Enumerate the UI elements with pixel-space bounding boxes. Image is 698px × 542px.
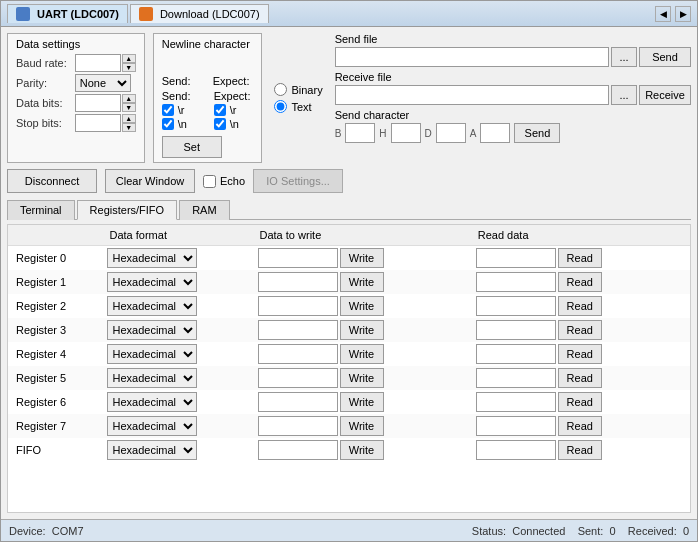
send-file-btn[interactable]: Send	[639, 47, 691, 67]
receive-file-btn[interactable]: Receive	[639, 85, 691, 105]
uart-icon	[16, 7, 30, 21]
send-file-label: Send file	[335, 33, 691, 45]
read-btn-0[interactable]: Read	[558, 248, 602, 268]
send-browse-btn[interactable]: ...	[611, 47, 637, 67]
text-radio[interactable]	[274, 100, 287, 113]
baud-rate-input[interactable]: 9600	[75, 54, 121, 72]
tab-ram[interactable]: RAM	[179, 200, 229, 220]
baud-down-btn[interactable]: ▼	[122, 63, 136, 72]
read-input-0[interactable]	[476, 248, 556, 268]
title-tab-download[interactable]: Download (LDC007)	[130, 4, 269, 23]
title-tab-uart[interactable]: UART (LDC007)	[7, 4, 128, 23]
databits-input[interactable]: 8	[75, 94, 121, 112]
format-select-0[interactable]: HexadecimalDecimalBinaryASCII	[107, 248, 197, 268]
read-btn-6[interactable]: Read	[558, 392, 602, 412]
tab-terminal[interactable]: Terminal	[7, 200, 75, 220]
write-input-2[interactable]	[258, 296, 338, 316]
format-select-6[interactable]: HexadecimalDecimalBinaryASCII	[107, 392, 197, 412]
write-btn-6[interactable]: Write	[340, 392, 384, 412]
reg-read-cell-4: Read	[472, 342, 690, 366]
read-input-1[interactable]	[476, 272, 556, 292]
write-input-4[interactable]	[258, 344, 338, 364]
write-btn-7[interactable]: Write	[340, 416, 384, 436]
read-input-4[interactable]	[476, 344, 556, 364]
format-select-2[interactable]: HexadecimalDecimalBinaryASCII	[107, 296, 197, 316]
expect-lf-checkbox[interactable]	[214, 118, 226, 130]
read-btn-3[interactable]: Read	[558, 320, 602, 340]
disconnect-button[interactable]: Disconnect	[7, 169, 97, 193]
table-row: Register 7HexadecimalDecimalBinaryASCIIW…	[8, 414, 690, 438]
reg-name-4: Register 4	[8, 342, 103, 366]
write-input-8[interactable]	[258, 440, 338, 460]
read-input-2[interactable]	[476, 296, 556, 316]
send-char-btn[interactable]: Send	[514, 123, 560, 143]
stopbits-down-btn[interactable]: ▼	[122, 123, 136, 132]
echo-checkbox[interactable]	[203, 175, 216, 188]
databits-up-btn[interactable]: ▲	[122, 94, 136, 103]
read-input-3[interactable]	[476, 320, 556, 340]
received-label: Received:	[628, 525, 677, 537]
binary-radio[interactable]	[274, 83, 287, 96]
sent-label: Sent:	[578, 525, 604, 537]
write-input-3[interactable]	[258, 320, 338, 340]
set-button[interactable]: Set	[162, 136, 222, 158]
format-select-4[interactable]: HexadecimalDecimalBinaryASCII	[107, 344, 197, 364]
reg-read-cell-3: Read	[472, 318, 690, 342]
format-select-8[interactable]: HexadecimalDecimalBinaryASCII	[107, 440, 197, 460]
io-settings-button[interactable]: IO Settings...	[253, 169, 343, 193]
write-btn-8[interactable]: Write	[340, 440, 384, 460]
format-select-3[interactable]: HexadecimalDecimalBinaryASCII	[107, 320, 197, 340]
write-input-7[interactable]	[258, 416, 338, 436]
nav-left-btn[interactable]: ◀	[655, 6, 671, 22]
reg-name-6: Register 6	[8, 390, 103, 414]
read-btn-1[interactable]: Read	[558, 272, 602, 292]
parity-select[interactable]: NoneEvenOdd	[75, 74, 131, 92]
settings-grid: Baud rate: 9600 ▲ ▼ Parity: NoneEvenOdd	[16, 54, 136, 132]
read-btn-8[interactable]: Read	[558, 440, 602, 460]
read-input-7[interactable]	[476, 416, 556, 436]
receive-browse-btn[interactable]: ...	[611, 85, 637, 105]
write-input-5[interactable]	[258, 368, 338, 388]
send-cr-checkbox[interactable]	[162, 104, 174, 116]
stopbits-input[interactable]: 1	[75, 114, 121, 132]
write-input-0[interactable]	[258, 248, 338, 268]
write-btn-2[interactable]: Write	[340, 296, 384, 316]
reg-write-cell-5: Write	[254, 366, 472, 390]
format-select-5[interactable]: HexadecimalDecimalBinaryASCII	[107, 368, 197, 388]
read-input-8[interactable]	[476, 440, 556, 460]
char-h-input[interactable]	[391, 123, 421, 143]
read-input-6[interactable]	[476, 392, 556, 412]
reg-write-cell-4: Write	[254, 342, 472, 366]
read-input-5[interactable]	[476, 368, 556, 388]
write-btn-0[interactable]: Write	[340, 248, 384, 268]
char-b-input[interactable]	[345, 123, 375, 143]
format-select-1[interactable]: HexadecimalDecimalBinaryASCII	[107, 272, 197, 292]
nav-right-btn[interactable]: ▶	[675, 6, 691, 22]
databits-down-btn[interactable]: ▼	[122, 103, 136, 112]
tab-registers[interactable]: Registers/FIFO	[77, 200, 178, 220]
write-btn-4[interactable]: Write	[340, 344, 384, 364]
write-input-1[interactable]	[258, 272, 338, 292]
send-file-input[interactable]	[335, 47, 609, 67]
char-a-input[interactable]	[480, 123, 510, 143]
char-d-input[interactable]	[436, 123, 466, 143]
reg-format-2: HexadecimalDecimalBinaryASCII	[103, 294, 253, 318]
write-input-6[interactable]	[258, 392, 338, 412]
write-btn-1[interactable]: Write	[340, 272, 384, 292]
clear-window-button[interactable]: Clear Window	[105, 169, 195, 193]
send-lf-checkbox[interactable]	[162, 118, 174, 130]
format-select-7[interactable]: HexadecimalDecimalBinaryASCII	[107, 416, 197, 436]
write-btn-5[interactable]: Write	[340, 368, 384, 388]
read-btn-2[interactable]: Read	[558, 296, 602, 316]
binary-radio-row: Binary	[274, 83, 322, 96]
title-nav: ◀ ▶	[655, 6, 691, 22]
stopbits-up-btn[interactable]: ▲	[122, 114, 136, 123]
write-btn-3[interactable]: Write	[340, 320, 384, 340]
read-btn-7[interactable]: Read	[558, 416, 602, 436]
read-btn-5[interactable]: Read	[558, 368, 602, 388]
read-btn-4[interactable]: Read	[558, 344, 602, 364]
receive-file-input[interactable]	[335, 85, 609, 105]
baud-up-btn[interactable]: ▲	[122, 54, 136, 63]
expect-cr-checkbox[interactable]	[214, 104, 226, 116]
table-row: Register 5HexadecimalDecimalBinaryASCIIW…	[8, 366, 690, 390]
